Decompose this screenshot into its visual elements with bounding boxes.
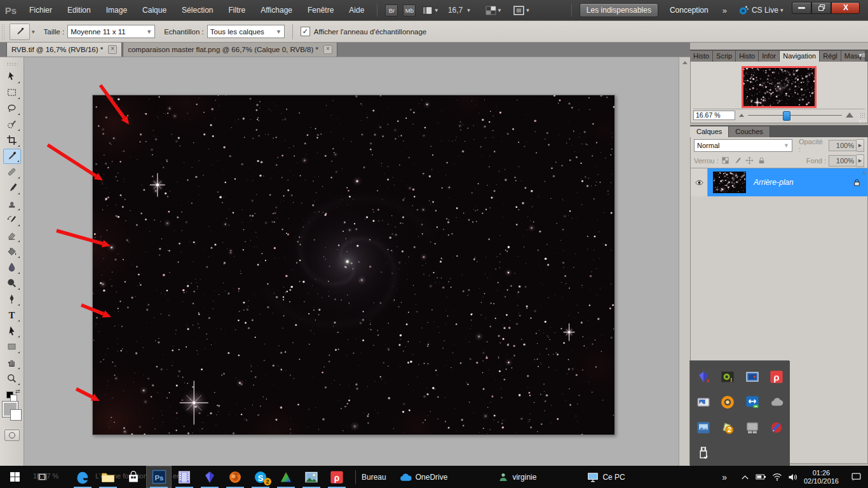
tool-rectangular-marquee[interactable] — [3, 85, 21, 100]
bureau-toolbar-label[interactable]: Bureau — [362, 473, 386, 482]
close-icon[interactable]: × — [108, 45, 117, 54]
panel-tab[interactable]: Scrip — [713, 51, 736, 62]
taskbar-prism-app[interactable] — [273, 466, 299, 488]
panel-tab[interactable]: Infor — [759, 51, 780, 62]
taskbar-photoshop[interactable]: Ps — [146, 466, 172, 488]
tray-icon-display-settings[interactable] — [740, 364, 764, 390]
restore-button[interactable] — [811, 2, 831, 14]
view-extras-button[interactable]: ▾ — [485, 6, 501, 15]
taskbar-firefox[interactable] — [222, 466, 248, 488]
panel-menu-icon[interactable]: ▾≡ — [858, 118, 865, 125]
tool-burn[interactable] — [3, 276, 21, 291]
document-image[interactable] — [92, 95, 615, 435]
tool-hand[interactable] — [3, 355, 21, 370]
task-view-button[interactable] — [29, 466, 55, 488]
menu-item[interactable]: Fenêtre — [300, 3, 341, 17]
tray-icon-usb-safely-remove[interactable] — [691, 440, 715, 466]
tool-shape[interactable] — [3, 339, 21, 355]
drag-grip[interactable] — [1, 24, 6, 40]
taskbar-user[interactable]: virginie — [498, 472, 536, 482]
zoom-level-field[interactable]: 16,7 — [448, 6, 463, 15]
sample-size-select[interactable]: Moyenne 11 x 11 ▼ — [67, 25, 155, 38]
quick-mask-button[interactable] — [4, 430, 20, 441]
sample-layers-select[interactable]: Tous les calques ▼ — [207, 25, 285, 38]
fill-field[interactable]: 100% — [829, 155, 857, 166]
wifi-icon[interactable] — [772, 473, 782, 481]
tray-icon-graphics-settings[interactable] — [691, 415, 715, 440]
layers-scroll-up-icon[interactable]: ∧ — [862, 170, 866, 176]
tool-history-brush[interactable] — [3, 212, 21, 227]
cs-live-button[interactable]: CS Live ▾ — [738, 4, 783, 16]
layer-thumbnail[interactable] — [713, 172, 746, 193]
document-tab[interactable]: RVB.tif @ 16,7% (RVB/16) * × — [6, 42, 122, 57]
menu-item[interactable]: Sélection — [174, 3, 220, 17]
tool-spot-healing-brush[interactable] — [3, 165, 21, 180]
tray-icon-screenshot-tool[interactable] — [691, 390, 715, 415]
tool-type[interactable]: T — [3, 308, 21, 323]
workspace-conception[interactable]: Conception — [663, 4, 715, 17]
opacity-slider-button[interactable]: ▶ — [857, 139, 864, 152]
panel-tab[interactable]: Histo — [690, 51, 713, 62]
taskbar-windows-store[interactable] — [121, 466, 146, 488]
menu-item[interactable]: Aide — [341, 3, 372, 17]
tray-icon-cleaner-app[interactable] — [764, 415, 789, 440]
layer-visibility-toggle[interactable] — [691, 168, 708, 196]
fill-slider-button[interactable]: ▶ — [857, 154, 864, 167]
scroll-up-icon[interactable] — [682, 61, 688, 64]
close-button[interactable]: X — [831, 2, 860, 14]
slider-thumb[interactable] — [783, 111, 790, 121]
navigator-proxy-view[interactable] — [742, 66, 817, 108]
panel-tab[interactable]: Navigation — [780, 51, 820, 62]
menu-item[interactable]: Calque — [135, 3, 174, 17]
menu-item[interactable]: Filtre — [220, 3, 253, 17]
panel-tab[interactable]: Couches — [729, 126, 770, 137]
menu-item[interactable]: Edition — [60, 3, 98, 17]
tool-paint-bucket[interactable] — [3, 244, 21, 259]
zoom-in-icon[interactable] — [846, 112, 853, 118]
tool-clone-stamp[interactable] — [3, 196, 21, 212]
tool-blur[interactable] — [3, 260, 21, 275]
tool-eraser[interactable] — [3, 228, 21, 243]
menu-item[interactable]: Affichage — [253, 3, 300, 17]
navigator-zoom-slider[interactable] — [748, 115, 842, 116]
tray-icon-gem-error[interactable]: x — [691, 364, 715, 390]
show-sampling-ring-checkbox[interactable]: ✓ — [301, 27, 310, 36]
tool-lasso[interactable] — [3, 101, 21, 116]
tray-icon-update-badge[interactable]: 2 — [715, 415, 740, 440]
menu-item[interactable]: Fichier — [22, 3, 60, 17]
taskbar-edge[interactable] — [70, 466, 95, 488]
default-background-swatch[interactable] — [10, 395, 17, 402]
default-swatches[interactable]: ⇄ — [6, 390, 18, 400]
tray-icon-onedrive-sync[interactable] — [764, 390, 789, 415]
taskbar-photos-app[interactable] — [299, 466, 324, 488]
resize-grip[interactable] — [860, 112, 865, 118]
notification-center-icon[interactable] — [851, 472, 862, 482]
close-icon[interactable]: × — [323, 45, 332, 54]
lock-all-icon[interactable] — [757, 156, 766, 165]
drag-grip[interactable] — [6, 62, 18, 65]
bridge-button[interactable]: Br — [385, 4, 398, 17]
start-button[interactable] — [0, 466, 29, 488]
lock-position-icon[interactable] — [745, 156, 754, 165]
panel-menu-icon[interactable]: ▾≡ — [858, 51, 865, 58]
taskbar-onedrive[interactable]: OneDrive — [399, 472, 448, 482]
tool-brush[interactable] — [3, 180, 21, 196]
tool-zoom[interactable] — [3, 371, 21, 386]
panel-tab[interactable]: Régl — [820, 51, 841, 62]
taskbar-file-explorer[interactable] — [95, 466, 121, 488]
workspace-les-indispensables[interactable]: Les indispensables — [580, 3, 658, 17]
arrange-documents-button[interactable]: ▾ — [422, 6, 438, 15]
panel-tab[interactable]: Calques — [690, 126, 729, 137]
taskbar-gem-app[interactable] — [197, 466, 222, 488]
panel-tab[interactable]: Histo — [736, 51, 759, 62]
tool-eyedropper[interactable] — [3, 149, 21, 164]
tool-path-selection[interactable] — [3, 323, 21, 339]
tray-expand-icon[interactable] — [740, 473, 750, 481]
blend-mode-select[interactable]: Normal ▼ — [694, 139, 792, 152]
document-tab[interactable]: comparaison master flat.png @ 66,7% (Cal… — [123, 42, 337, 57]
minimize-button[interactable] — [792, 2, 811, 14]
tray-icon-orange-ring-app[interactable] — [715, 390, 740, 415]
zoom-out-icon[interactable] — [739, 114, 744, 117]
taskbar-red-p-app[interactable]: ρ — [324, 466, 349, 488]
tray-icon-red-p-app[interactable]: ρ — [764, 364, 789, 390]
